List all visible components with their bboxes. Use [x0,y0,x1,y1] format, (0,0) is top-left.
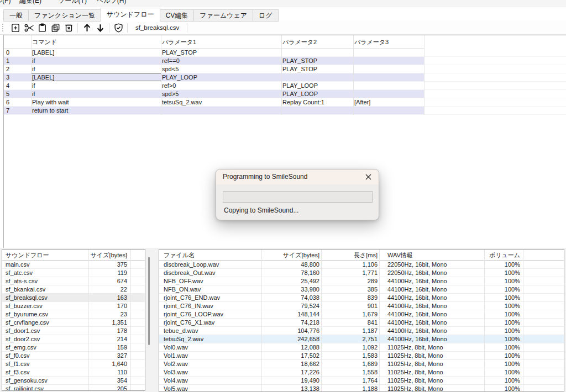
flow-file-name[interactable]: sf_buzzer.csv [6,302,87,310]
wav-file-volume[interactable]: 100% [481,310,520,318]
wav-file-size[interactable]: 19,490 [264,377,319,384]
wav-file-size[interactable]: 148,144 [264,310,319,318]
flow-file-name[interactable]: sf_breaksql.csv [6,294,87,301]
param2-cell[interactable] [282,73,352,81]
menu-edit[interactable]: 編集(E) [19,0,41,6]
wav-file-size[interactable]: 12,088 [264,343,319,351]
flow-file-size[interactable]: 375 [77,261,127,268]
param2-cell[interactable] [282,49,352,56]
wav-file-size[interactable]: 78,160 [264,269,319,277]
wav-file-row[interactable]: NFB_OFF.wav25,49228944100Hz, 16bit, Mono… [159,277,564,285]
flow-file-name[interactable]: sf_atc.csv [6,269,87,277]
flow-file-size[interactable]: 1,351 [77,319,127,326]
wav-file-row[interactable]: rjoint_C76_IN.wav79,52490144100Hz, 16bit… [159,302,564,310]
flow-file-name[interactable]: sf_f3.csv [6,368,87,376]
param3-cell[interactable] [354,73,422,81]
param2-cell[interactable]: Replay Count:1 [282,98,352,106]
wav-file-size[interactable]: 242,658 [264,335,319,343]
wav-file-row[interactable]: discbreak_Out.wav78,1601,77122050Hz, 16b… [159,269,564,277]
command-cell[interactable]: if [32,57,159,65]
wav-file-size[interactable]: 18,662 [264,360,319,368]
wav-file-size[interactable]: 104,776 [264,327,319,335]
paste-button[interactable] [35,22,49,34]
param2-cell[interactable]: PLAY_STOP [282,57,352,65]
flow-file-row[interactable]: sf_door1.csv178 [2,327,145,335]
param1-cell[interactable]: ref==0 [162,57,279,65]
flow-file-size[interactable]: 119 [77,269,127,277]
param3-cell[interactable] [354,65,422,73]
wav-file-size[interactable]: 17,226 [264,368,319,376]
flow-file-row[interactable]: sf_f1.csv1,640 [2,360,145,368]
flow-file-size[interactable]: 205 [77,385,127,391]
wav-file-name[interactable]: Vol0.wav [164,343,259,351]
wav-file-info[interactable]: 44100Hz, 16bit, Mono [387,277,481,285]
wav-file-name[interactable]: Vol5.wav [164,385,259,392]
wav-file-volume[interactable]: 100% [481,319,520,326]
wav-file-length[interactable]: 1,679 [325,310,378,318]
wav-file-name[interactable]: rjoint_C76_LOOP.wav [164,310,259,318]
toolbar-grip-handle[interactable] [2,23,4,33]
wav-file-row[interactable]: Vol2.wav18,6621,68911025Hz, 8bit, Mono10… [159,360,564,368]
move-up-button[interactable] [80,22,93,34]
flow-file-name[interactable]: sf_ats-s.csv [6,277,87,285]
flow-file-name[interactable]: main.csv [6,261,87,268]
param2-cell[interactable] [282,107,352,114]
wav-file-info[interactable]: 44100Hz, 16bit, Mono [387,285,481,293]
wav-file-volume[interactable]: 100% [481,269,520,277]
wav-file-name[interactable]: NFB_ON.wav [164,285,259,293]
flow-file-size[interactable]: 674 [77,277,127,285]
wav-file-name[interactable]: discbreak_Out.wav [164,269,259,277]
wav-file-length[interactable]: 1,771 [325,269,378,277]
command-cell[interactable]: if [32,65,159,73]
wav-file-info[interactable]: 11025Hz, 8bit, Mono [387,360,481,368]
wav-file-volume[interactable]: 100% [481,302,520,310]
wav-file-length[interactable]: 385 [325,285,378,293]
wav-file-size[interactable]: 17,502 [264,352,319,359]
flow-file-size[interactable]: 1,640 [77,360,127,368]
param2-cell[interactable]: PLAY_LOOP [282,82,352,89]
command-cell[interactable]: Play with wait [32,98,159,106]
wav-file-length[interactable]: 841 [325,319,378,326]
flow-grid-row[interactable]: 2ifspd<5PLAY_STOP [4,65,566,73]
flow-file-row[interactable]: sf_f0.csv327 [2,352,145,360]
tab-general[interactable]: 一般 [3,9,29,22]
menu-help[interactable]: ヘルプ(H) [97,0,127,6]
flow-grid-row[interactable]: 6Play with waittetsuSq_2.wavReplay Count… [4,98,566,107]
command-cell[interactable]: if [32,82,159,89]
dialog-title-bar[interactable]: Programming to SmileSound [216,169,379,184]
flow-file-size[interactable]: 110 [77,368,127,376]
wav-file-length[interactable]: 1,689 [325,360,378,368]
flow-file-size[interactable]: 354 [77,377,127,384]
flow-grid-row[interactable]: 1ifref==0PLAY_STOP [4,57,566,65]
tab-log[interactable]: ログ [253,9,279,22]
flow-file-row[interactable]: sf_emg.csv159 [2,343,145,352]
wav-file-size[interactable]: 79,524 [264,302,319,310]
wav-file-info[interactable]: 44100Hz, 16bit, Mono [387,310,481,318]
wav-file-row[interactable]: rjoint_C76_END.wav74,03883944100Hz, 16bi… [159,294,564,302]
row-number-cell[interactable]: 4 [6,82,29,89]
wav-file-size[interactable]: 13,138 [264,385,319,392]
command-cell[interactable]: if [32,90,159,98]
cut-button[interactable] [22,22,35,34]
command-cell[interactable]: return to start [32,107,159,114]
wav-file-name[interactable]: discbreak_Loop.wav [164,261,259,268]
flow-file-name[interactable]: sf_crvflange.csv [6,319,87,326]
wav-file-info[interactable]: 11025Hz, 8bit, Mono [387,352,481,359]
row-number-cell[interactable]: 1 [6,57,29,65]
add-row-button[interactable] [9,22,22,34]
wav-file-length[interactable]: 839 [325,294,378,301]
wav-file-size[interactable]: 74,218 [264,319,319,326]
tab-sound-flow[interactable]: サウンドフロー [101,8,160,22]
wav-file-volume[interactable]: 100% [481,261,520,268]
param3-cell[interactable] [354,90,422,98]
wav-file-volume[interactable]: 100% [481,294,520,301]
flow-file-name[interactable]: sf_f1.csv [6,360,87,368]
wav-file-name[interactable]: Vol4.wav [164,377,259,384]
flow-file-name[interactable]: sf_emg.csv [6,343,87,351]
wav-file-name[interactable]: Vol1.wav [164,352,259,359]
menu-tools[interactable]: ツール(T) [58,0,87,6]
tab-firmware[interactable]: ファームウェア [194,9,253,22]
flow-grid-row[interactable]: 5ifspd>5PLAY_LOOP [4,90,566,98]
row-number-cell[interactable]: 3 [6,73,29,81]
wav-file-size[interactable]: 48,800 [264,261,319,268]
